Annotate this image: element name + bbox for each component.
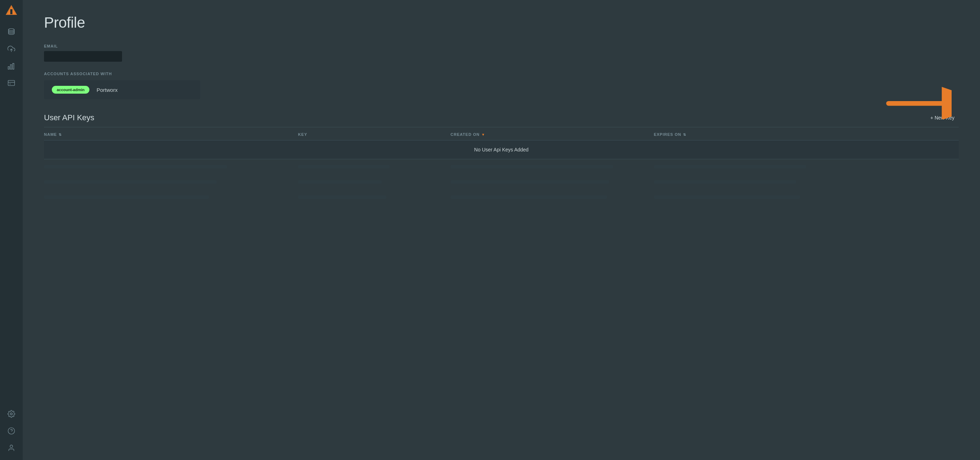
- svg-rect-2: [10, 9, 13, 14]
- skeleton-row-1: [44, 159, 959, 174]
- api-keys-title: User API Keys: [44, 113, 94, 122]
- api-keys-table: NAME ⇅ KEY CREATED ON ▼ EXPIRES ON ⇅ No …: [44, 127, 959, 205]
- email-label: EMAIL: [44, 44, 959, 48]
- help-icon[interactable]: [3, 423, 19, 439]
- svg-rect-8: [8, 81, 14, 86]
- new-key-button[interactable]: + New Key: [926, 112, 959, 124]
- col-actions: [857, 132, 959, 136]
- svg-point-9: [10, 413, 13, 415]
- empty-message: No User Api Keys Added: [44, 140, 959, 159]
- sort-created-icon: ▼: [482, 133, 485, 136]
- col-expires-on[interactable]: EXPIRES ON ⇅: [654, 132, 857, 136]
- logo[interactable]: [5, 4, 18, 17]
- svg-rect-5: [8, 67, 10, 69]
- page-title: Profile: [44, 14, 959, 31]
- accounts-label: ACCOUNTS ASSOCIATED WITH: [44, 71, 959, 76]
- col-created-on[interactable]: CREATED ON ▼: [450, 132, 654, 136]
- email-section: EMAIL: [44, 44, 959, 62]
- analytics-icon[interactable]: [3, 58, 19, 74]
- svg-point-12: [10, 445, 13, 447]
- api-keys-header: User API Keys + New Key: [44, 112, 959, 124]
- main-content: Profile EMAIL ACCOUNTS ASSOCIATED WITH a…: [23, 0, 980, 460]
- cloud-upload-icon[interactable]: [3, 41, 19, 57]
- sort-expires-icon: ⇅: [683, 133, 686, 136]
- accounts-section: ACCOUNTS ASSOCIATED WITH account-admin P…: [44, 71, 959, 99]
- svg-point-10: [8, 428, 14, 434]
- settings-icon[interactable]: [3, 406, 19, 422]
- account-badge: account-admin: [52, 86, 89, 94]
- svg-rect-7: [13, 63, 14, 70]
- account-name: Portworx: [97, 87, 118, 93]
- table-header: NAME ⇅ KEY CREATED ON ▼ EXPIRES ON ⇅: [44, 127, 959, 140]
- billing-icon[interactable]: [3, 75, 19, 91]
- email-value: [44, 51, 122, 62]
- user-icon[interactable]: [3, 440, 19, 456]
- sidebar: [0, 0, 23, 460]
- api-keys-section: User API Keys + New Key NAME ⇅ KEY CREAT…: [44, 112, 959, 205]
- sort-name-icon: ⇅: [59, 133, 62, 136]
- svg-rect-6: [10, 65, 12, 69]
- col-key: KEY: [298, 132, 450, 136]
- accounts-box: account-admin Portworx: [44, 80, 200, 99]
- svg-point-3: [8, 29, 14, 31]
- database-icon[interactable]: [3, 24, 19, 40]
- col-name[interactable]: NAME ⇅: [44, 132, 298, 136]
- skeleton-row-3: [44, 190, 959, 205]
- skeleton-row-2: [44, 174, 959, 190]
